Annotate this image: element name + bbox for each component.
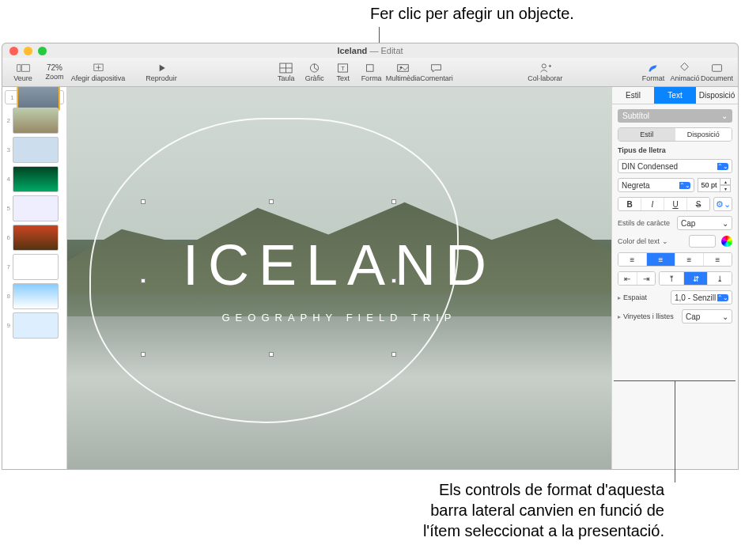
insert-table-button[interactable]: Taula [272,59,301,85]
valign-top-button[interactable]: ⤒ [660,272,684,285]
align-center-button[interactable]: ≡ [647,253,675,266]
minimize-icon[interactable] [24,47,32,55]
svg-point-15 [542,63,546,67]
text-subtabs: Estil Disposició [618,127,732,142]
inspector-tabs: Estil Text Disposició [612,87,738,104]
advanced-options-button[interactable]: ⚙︎⌄ [713,197,732,211]
align-justify-button[interactable]: ≡ [704,253,732,266]
insert-text-button[interactable]: TText [329,59,357,85]
slide-thumb-4[interactable]: 4 [5,166,64,192]
view-button[interactable]: Veure [7,59,39,85]
outdent-button[interactable]: ⇤ [618,272,637,285]
text-color-well[interactable] [689,235,716,248]
person-plus-icon [539,62,552,74]
zoom-button[interactable]: 72% Zoom [39,59,70,85]
insert-group: Taula Gràfic TText Forma Multimèdia Come… [272,59,453,85]
annotation-bottom: Els controls de format d'aquesta barra l… [419,479,664,541]
svg-rect-0 [17,64,20,71]
slide-thumb-3[interactable]: 3 [5,137,64,163]
spacing-select[interactable]: 1,0 - Senzill⌃⌄ [671,290,732,305]
slide-thumb-6[interactable]: 6 [5,225,64,251]
shape-icon [365,62,378,74]
window-title: Iceland — Editat [337,46,403,55]
annotation-top: Fer clic per afegir un objecte. [370,5,574,23]
play-button[interactable]: Reproduir [126,59,197,85]
font-size-stepper[interactable]: ▴▾ [698,178,732,192]
bullets-select[interactable]: Cap⌄ [682,309,732,324]
slide-thumb-1[interactable]: 1 [5,90,64,104]
slide-thumb-9[interactable]: 9 [5,312,64,339]
slide-thumb-5[interactable]: 5 [5,195,64,221]
svg-rect-18 [681,62,689,70]
subtab-layout[interactable]: Disposició [675,128,732,141]
slide-navigator[interactable]: 1 2 3 4 5 6 7 8 9 [2,87,67,469]
document-icon [710,62,724,74]
diamond-icon [678,62,691,74]
bullets-disclosure[interactable]: Vinyetes i llistes [618,312,674,320]
insert-media-button[interactable]: Multimèdia [386,59,421,85]
subtab-style[interactable]: Estil [618,128,675,141]
slide-canvas[interactable]: ICELAND GEOGRAPHY FIELD TRIP [67,87,611,469]
text-icon: T [336,62,350,74]
title-text-box[interactable]: ICELAND GEOGRAPHY FIELD TRIP [183,233,496,324]
text-color-label: Color del text ⌄ [618,237,668,245]
add-slide-button[interactable]: Afegir diapositiva [70,59,126,85]
close-icon[interactable] [9,47,18,55]
indent-button[interactable]: ⇥ [637,272,656,285]
bold-button[interactable]: B [618,198,641,210]
italic-button[interactable]: I [641,198,664,210]
plus-icon [92,62,105,74]
table-icon [279,62,293,74]
color-wheel-button[interactable] [721,236,732,247]
font-family-select[interactable]: DIN Condensed⌃⌄ [618,159,732,173]
insert-chart-button[interactable]: Gràfic [301,59,329,85]
char-styles-select[interactable]: Cap⌄ [677,216,732,230]
insert-shape-button[interactable]: Forma [357,59,386,85]
svg-marker-5 [159,64,165,71]
slide-title[interactable]: ICELAND [183,233,496,297]
stepper-down-icon[interactable]: ▾ [720,185,731,192]
slide-thumb-7[interactable]: 7 [5,254,64,280]
titlebar: Iceland — Editat [2,44,738,58]
collaborate-button[interactable]: Col·laborar [528,59,562,85]
valign-middle-button[interactable]: ⇵ [684,272,709,285]
svg-rect-12 [367,64,374,71]
gear-icon: ⚙︎ [716,199,724,210]
tab-text[interactable]: Text [654,87,696,104]
insert-comment-button[interactable]: Comentari [420,59,453,85]
strike-button[interactable]: S [687,198,709,210]
slide-subtitle[interactable]: GEOGRAPHY FIELD TRIP [183,312,496,324]
paragraph-style-select[interactable]: Subtítol ⌄ [618,109,732,123]
font-size-input[interactable] [698,178,720,192]
slide-thumb-8[interactable]: 8 [5,283,64,309]
media-icon [396,62,410,74]
tab-layout[interactable]: Disposició [696,87,738,104]
char-styles-label: Estils de caràcte [618,219,670,227]
format-button[interactable]: Format [637,59,669,85]
comment-icon [429,62,443,74]
window-controls [9,47,47,55]
svg-text:T: T [341,65,345,72]
fullscreen-icon[interactable] [38,47,47,55]
align-right-button[interactable]: ≡ [675,253,704,266]
spacing-disclosure[interactable]: Espaiat [618,293,647,301]
font-section-label: Tipus de lletra [618,146,732,154]
annotation-leader-bottom [675,381,675,482]
animate-button[interactable]: Animació [669,59,701,85]
play-icon [155,62,168,74]
chart-icon [308,62,321,74]
valign-bottom-button[interactable]: ⤓ [708,272,732,285]
underline-button[interactable]: U [664,198,687,210]
svg-rect-1 [21,64,29,71]
tab-style[interactable]: Estil [612,87,654,104]
font-weight-select[interactable]: Negreta⌃⌄ [618,178,694,192]
document-button[interactable]: Document [701,59,733,85]
app-window: Iceland — Editat Veure 72% Zoom Afegir d… [2,43,739,470]
slide-thumb-2[interactable]: 2 [5,108,64,134]
stepper-up-icon[interactable]: ▴ [720,178,731,185]
h-align-group: ≡ ≡ ≡ ≡ [618,252,732,267]
align-left-button[interactable]: ≡ [618,253,647,266]
toolbar: Veure 72% Zoom Afegir diapositiva Reprod… [2,58,738,87]
brush-icon [646,62,660,74]
svg-rect-19 [713,64,722,71]
